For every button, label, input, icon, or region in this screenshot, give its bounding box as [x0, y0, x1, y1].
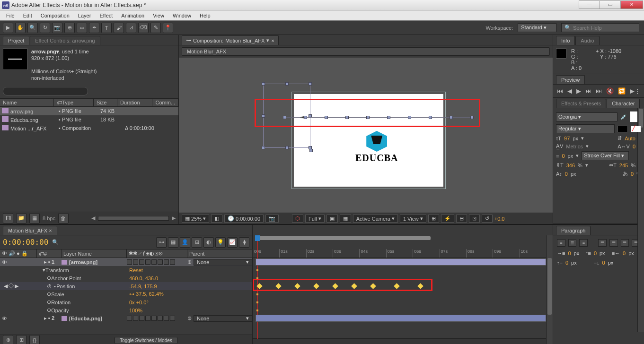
close-tab-icon[interactable]: ×: [271, 38, 274, 43]
maximize-button[interactable]: ▭: [600, 0, 621, 9]
tracking[interactable]: 0: [633, 144, 635, 149]
draft3d-icon[interactable]: ▦: [168, 237, 178, 248]
project-row[interactable]: arrow.png▪ PNG file74 KB: [0, 107, 178, 115]
justify-center-icon[interactable]: ☰: [609, 239, 618, 247]
exposure-value[interactable]: +0.0: [494, 216, 505, 222]
tl-tool-3[interactable]: {}: [29, 335, 40, 344]
zoom-tool[interactable]: 🔍: [27, 23, 38, 33]
comp-mini-flow-icon[interactable]: ⊶: [156, 237, 167, 248]
close-button[interactable]: ✕: [620, 0, 643, 9]
camera-select[interactable]: Active Camera ▾: [353, 215, 398, 223]
scroll-left-icon[interactable]: ◀: [91, 215, 95, 221]
resolution-select[interactable]: Full ▾: [305, 215, 325, 223]
pan-behind-tool[interactable]: ⊕: [64, 23, 75, 33]
justify-left-icon[interactable]: ☰: [598, 239, 607, 247]
zoom-select[interactable]: ▦ 25% ▾: [182, 215, 209, 223]
layer-2-bar[interactable]: [256, 315, 546, 322]
align-right-icon[interactable]: ≡: [579, 239, 588, 247]
character-tab[interactable]: Character: [607, 99, 640, 108]
project-search[interactable]: [3, 87, 88, 95]
menu-window[interactable]: Window: [168, 11, 195, 20]
pickwhip-icon[interactable]: ⊚: [187, 315, 192, 321]
col-duration[interactable]: Duration: [117, 99, 152, 106]
scroll-right-icon[interactable]: ▶: [172, 215, 176, 221]
play-icon[interactable]: ▶: [576, 87, 581, 95]
menu-edit[interactable]: Edit: [19, 11, 36, 20]
menu-composition[interactable]: Composition: [36, 11, 74, 20]
parent-select-1[interactable]: None▾: [194, 259, 252, 266]
project-row[interactable]: Motion ...r_AFX▪ CompositionΔ 0:00:10:00: [0, 124, 178, 132]
brush-tool[interactable]: 🖌: [114, 23, 124, 33]
interpret-footage-icon[interactable]: 🎞: [3, 213, 13, 224]
fast-preview-icon[interactable]: ⚡: [441, 215, 454, 223]
pickwhip-icon[interactable]: ⊚: [187, 259, 192, 265]
layer-name-header[interactable]: Layer Name: [62, 249, 127, 258]
ram-preview-icon[interactable]: ▶⋮: [630, 87, 641, 95]
layer-1-bar[interactable]: [256, 258, 546, 266]
channel-icon[interactable]: ⬡: [292, 215, 303, 223]
camera-tool[interactable]: 📷: [52, 23, 62, 33]
tl-tool-2[interactable]: ⊞: [16, 335, 26, 344]
project-tab[interactable]: Project: [3, 36, 29, 45]
timeline-icon[interactable]: ⊟: [456, 215, 467, 223]
stroke-option-select[interactable]: Stroke Over Fill ▾: [582, 151, 629, 160]
col-size[interactable]: Size: [94, 99, 117, 106]
parent-select-2[interactable]: None▾: [194, 315, 252, 322]
tl-tool-1[interactable]: ⊚: [3, 335, 13, 344]
paragraph-tab[interactable]: Paragraph: [556, 226, 591, 235]
work-area[interactable]: [256, 236, 431, 240]
rotate-tool[interactable]: ↻: [40, 23, 50, 33]
rotation-row[interactable]: ⊙ Rotation0x +0.0°: [0, 298, 252, 306]
parent-header[interactable]: Parent: [187, 249, 252, 258]
eyedropper-icon[interactable]: 💉: [620, 114, 627, 120]
brainstorm-icon[interactable]: 💡: [215, 237, 226, 248]
delete-icon[interactable]: 🗑: [58, 213, 69, 224]
scale-row[interactable]: ⊙ Scale⊶ 37.5, 62.4%: [0, 290, 252, 298]
loop-icon[interactable]: 🔁: [618, 87, 626, 95]
composition-viewport[interactable]: EDUCBA ↠: [179, 58, 553, 213]
timeline-tab[interactable]: Motion Blur_AFX ×: [3, 226, 57, 235]
next-frame-icon[interactable]: ⏭: [585, 87, 591, 95]
puppet-tool[interactable]: 📍: [163, 23, 173, 33]
col-type[interactable]: 🏷 Type: [54, 99, 94, 106]
timeline-zoom-slider[interactable]: [253, 338, 553, 344]
justify-right-icon[interactable]: ☰: [621, 239, 629, 247]
layer-row-1[interactable]: 👁 ▸ ▪ 1 [arrow.png] ⊚None▾: [0, 258, 252, 266]
font-style-select[interactable]: Regular ▾: [556, 124, 615, 133]
leading[interactable]: Auto: [625, 136, 635, 141]
flowchart-tab[interactable]: Motion Blur_AFX: [182, 47, 550, 56]
stroke-width[interactable]: 0: [562, 153, 565, 159]
timeline-current-time[interactable]: 0:00:00:00: [3, 238, 48, 247]
motion-path[interactable]: ↠: [283, 117, 472, 118]
align-center-icon[interactable]: ≣: [568, 239, 577, 247]
first-frame-icon[interactable]: ⏮: [557, 87, 563, 95]
time-search-icon[interactable]: 🔍: [52, 239, 59, 245]
toggle-switches-modes[interactable]: Toggle Switches / Modes: [115, 337, 177, 344]
selection-tool[interactable]: ▶: [3, 23, 13, 33]
kerning[interactable]: Metrics: [566, 144, 582, 149]
col-name[interactable]: Name: [0, 99, 54, 106]
folder-icon[interactable]: 📁: [16, 213, 26, 224]
anchor-point-row[interactable]: ⊙ Anchor Point460.0, 436.0: [0, 274, 252, 282]
font-family-select[interactable]: Georgia ▾: [556, 112, 618, 121]
new-comp-icon[interactable]: ▦: [29, 213, 40, 224]
vscale[interactable]: 346: [566, 163, 575, 168]
comp-flow-icon[interactable]: ⊡: [469, 215, 480, 223]
graph-editor-icon[interactable]: 📈: [227, 237, 238, 248]
eraser-tool[interactable]: ⌫: [138, 23, 149, 33]
roi-icon[interactable]: ▣: [326, 215, 338, 223]
pixel-aspect-icon[interactable]: ⊞: [428, 215, 439, 223]
snapshot-icon[interactable]: 📷: [265, 215, 279, 223]
project-row[interactable]: Educba.png▪ PNG file18 KB: [0, 115, 178, 124]
auto-keyframe-icon[interactable]: ⧫: [239, 237, 249, 248]
info-tab[interactable]: Info: [556, 36, 575, 45]
hscale[interactable]: 245: [619, 163, 628, 168]
rect-tool[interactable]: ▭: [77, 23, 87, 33]
roto-tool[interactable]: ✎: [150, 23, 161, 33]
type-tool[interactable]: T: [101, 23, 112, 33]
minimize-button[interactable]: —: [579, 0, 600, 9]
baseline[interactable]: 0: [565, 171, 568, 177]
menu-help[interactable]: Help: [195, 11, 215, 20]
pen-tool[interactable]: ✒: [89, 23, 99, 33]
effect-controls-tab[interactable]: Effect Controls: arrow.png: [30, 36, 100, 45]
